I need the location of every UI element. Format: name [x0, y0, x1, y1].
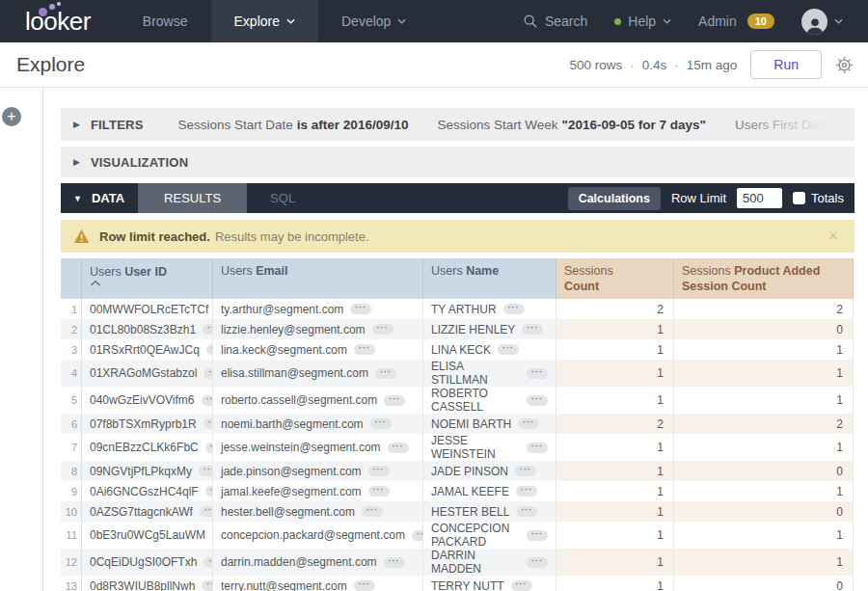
cell-actions-icon[interactable]: ··· [384, 395, 405, 406]
cell-actions-icon[interactable]: ··· [368, 486, 390, 497]
nav-item-develop[interactable]: Develop [318, 0, 429, 42]
cell-sessions-count[interactable]: 1 [556, 434, 674, 461]
cell-actions-icon[interactable]: ··· [199, 466, 213, 476]
row-limit-input[interactable] [737, 188, 782, 208]
cell-actions-icon[interactable]: ··· [515, 466, 536, 476]
cell-actions-icon[interactable]: ··· [518, 418, 539, 429]
cell-actions-icon[interactable]: ··· [412, 530, 423, 541]
cell-actions-icon[interactable]: ··· [375, 368, 396, 379]
cell-actions-icon[interactable]: ··· [368, 466, 390, 476]
cell-user-id[interactable]: 0d8R3WIUB8pllNwh··· [82, 576, 213, 591]
column-header-product-added-session-count[interactable]: Sessions Product Added Session Count [674, 258, 854, 299]
cell-actions-icon[interactable]: ··· [527, 368, 548, 379]
cell-user-id[interactable]: 01RSxRrt0QEAwJCq··· [82, 339, 213, 360]
gear-icon[interactable] [835, 56, 854, 74]
cell-email[interactable]: jade.pinson@segment.com··· [213, 461, 423, 481]
cell-name[interactable]: JESSE WEINSTEIN··· [423, 434, 556, 461]
filters-section[interactable]: ▶ FILTERS Sessions Start Dateis after 20… [61, 108, 854, 141]
cell-name[interactable]: ROBERTO CASSELL··· [423, 387, 556, 414]
cell-sessions-count[interactable]: 2 [556, 414, 674, 434]
filter-item[interactable]: Sessions Start Dateis after 2016/09/10 [178, 118, 409, 132]
column-header-email[interactable]: Users Email [213, 258, 423, 299]
cell-product-added-count[interactable]: 1 [674, 387, 854, 414]
cell-actions-icon[interactable]: ··· [527, 557, 548, 568]
looker-logo[interactable]: looker [0, 0, 120, 42]
cell-actions-icon[interactable]: ··· [522, 324, 543, 335]
cell-actions-icon[interactable]: ··· [205, 443, 213, 453]
column-header-sessions-count[interactable]: Sessions Count [556, 258, 674, 299]
cell-user-id[interactable]: 01CL80b08Sz3Bzh1··· [82, 319, 213, 339]
cell-user-id[interactable]: 00MWWFOLRcETcTCf··· [82, 299, 213, 319]
cell-name[interactable]: JAMAL KEEFE··· [423, 481, 556, 501]
cell-product-added-count[interactable]: 1 [674, 434, 854, 461]
cell-name[interactable]: CONCEPCION PACKARD··· [423, 522, 556, 549]
cell-user-id[interactable]: 09NGVtjPfLPkqxMy··· [82, 461, 213, 481]
cell-actions-icon[interactable]: ··· [203, 557, 213, 568]
cell-actions-icon[interactable]: ··· [203, 418, 213, 429]
add-field-button[interactable]: + [2, 107, 21, 126]
cell-product-added-count[interactable]: 0 [674, 461, 854, 481]
cell-name[interactable]: DARRIN MADDEN··· [423, 549, 556, 576]
cell-actions-icon[interactable]: ··· [354, 580, 375, 591]
cell-sessions-count[interactable]: 1 [556, 461, 674, 481]
cell-actions-icon[interactable]: ··· [516, 486, 537, 497]
visualization-section[interactable]: ▶ VISUALIZATION [61, 147, 854, 177]
data-section-toggle[interactable]: ▼ DATA [61, 183, 124, 213]
cell-user-id[interactable]: 040wGzEivVOVifm6··· [82, 387, 213, 414]
cell-email[interactable]: concepcion.packard@segment.com··· [213, 522, 423, 549]
cell-product-added-count[interactable]: 0 [674, 501, 854, 522]
cell-name[interactable]: HESTER BELL··· [423, 501, 556, 522]
column-header-user-id[interactable]: Users User ID [82, 258, 213, 299]
cell-name[interactable]: LINA KECK··· [423, 339, 556, 360]
cell-sessions-count[interactable]: 1 [556, 360, 674, 387]
cell-email[interactable]: elisa.stillman@segment.com··· [213, 360, 423, 387]
cell-actions-icon[interactable]: ··· [511, 580, 532, 591]
filter-item[interactable]: Sessions Start Week"2016-09-05 for 7 day… [437, 118, 705, 132]
cell-actions-icon[interactable]: ··· [205, 486, 213, 497]
filter-item[interactable]: Users First Dateis after 2016/09/10 [735, 118, 842, 132]
column-header-name[interactable]: Users Name [423, 258, 556, 299]
cell-actions-icon[interactable]: ··· [354, 344, 375, 355]
cell-product-added-count[interactable]: 0 [674, 319, 854, 339]
help-menu[interactable]: Help [601, 0, 685, 42]
cell-actions-icon[interactable]: ··· [350, 304, 371, 314]
cell-actions-icon[interactable]: ··· [516, 506, 537, 517]
cell-actions-icon[interactable]: ··· [203, 368, 213, 379]
cell-name[interactable]: LIZZIE HENLEY··· [423, 319, 556, 339]
admin-menu[interactable]: Admin 10 [685, 0, 788, 42]
tab-sql[interactable]: SQL [247, 183, 318, 213]
close-icon[interactable]: × [825, 227, 842, 246]
cell-name[interactable]: TY ARTHUR··· [423, 299, 556, 319]
cell-actions-icon[interactable]: ··· [362, 506, 383, 517]
cell-email[interactable]: noemi.barth@segment.com··· [213, 414, 423, 434]
cell-name[interactable]: JADE PINSON··· [423, 461, 556, 481]
cell-user-id[interactable]: 0AZSG7ttagcnkAWf··· [82, 501, 213, 522]
cell-sessions-count[interactable]: 1 [556, 319, 674, 339]
search-button[interactable]: Search [509, 0, 601, 42]
cell-actions-icon[interactable]: ··· [527, 530, 548, 541]
cell-product-added-count[interactable]: 1 [674, 360, 854, 387]
cell-user-id[interactable]: 0bE3ru0WCg5LauWM··· [82, 522, 213, 549]
nav-item-browse[interactable]: Browse [120, 0, 211, 42]
cell-actions-icon[interactable]: ··· [498, 344, 519, 355]
cell-user-id[interactable]: 0CqEiDUgSI0OFTxh··· [82, 549, 213, 576]
cell-sessions-count[interactable]: 1 [556, 549, 674, 576]
cell-actions-icon[interactable]: ··· [206, 344, 213, 355]
cell-email[interactable]: hester.bell@segment.com··· [213, 501, 423, 522]
cell-name[interactable]: TERRY NUTT··· [423, 576, 556, 591]
cell-product-added-count[interactable]: 2 [674, 414, 854, 434]
cell-user-id[interactable]: 09cnEBzzCLKk6FbC··· [82, 434, 213, 461]
run-button[interactable]: Run [750, 50, 822, 79]
cell-actions-icon[interactable]: ··· [388, 443, 409, 453]
cell-sessions-count[interactable]: 1 [556, 387, 674, 414]
cell-email[interactable]: jamal.keefe@segment.com··· [213, 481, 423, 501]
totals-checkbox[interactable] [793, 192, 805, 204]
cell-email[interactable]: lina.keck@segment.com··· [213, 339, 423, 360]
cell-product-added-count[interactable]: 1 [674, 549, 854, 576]
cell-actions-icon[interactable]: ··· [503, 304, 525, 314]
cell-product-added-count[interactable]: 1 [674, 481, 854, 501]
cell-name[interactable]: NOEMI BARTH··· [423, 414, 556, 434]
tab-results[interactable]: RESULTS [138, 183, 247, 213]
cell-product-added-count[interactable]: 2 [674, 299, 854, 319]
nav-item-explore[interactable]: Explore [211, 0, 318, 42]
